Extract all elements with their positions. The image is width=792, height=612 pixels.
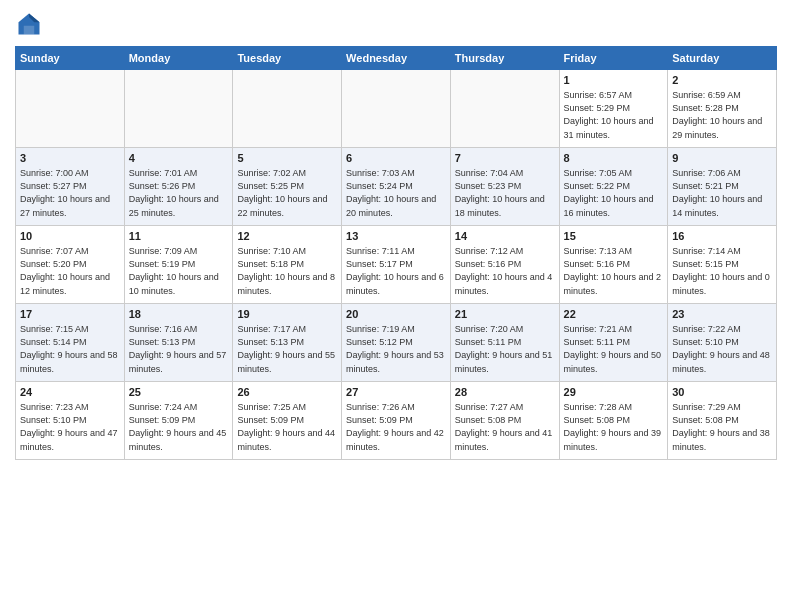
day-info: Sunrise: 7:14 AM Sunset: 5:15 PM Dayligh… bbox=[672, 245, 772, 297]
calendar-cell: 17Sunrise: 7:15 AM Sunset: 5:14 PM Dayli… bbox=[16, 304, 125, 382]
day-header-wednesday: Wednesday bbox=[342, 47, 451, 70]
day-number: 4 bbox=[129, 151, 229, 166]
calendar-cell: 24Sunrise: 7:23 AM Sunset: 5:10 PM Dayli… bbox=[16, 382, 125, 460]
day-info: Sunrise: 7:15 AM Sunset: 5:14 PM Dayligh… bbox=[20, 323, 120, 375]
day-number: 20 bbox=[346, 307, 446, 322]
day-number: 6 bbox=[346, 151, 446, 166]
day-info: Sunrise: 7:04 AM Sunset: 5:23 PM Dayligh… bbox=[455, 167, 555, 219]
day-number: 10 bbox=[20, 229, 120, 244]
day-number: 12 bbox=[237, 229, 337, 244]
day-info: Sunrise: 7:19 AM Sunset: 5:12 PM Dayligh… bbox=[346, 323, 446, 375]
day-number: 15 bbox=[564, 229, 664, 244]
day-info: Sunrise: 7:24 AM Sunset: 5:09 PM Dayligh… bbox=[129, 401, 229, 453]
day-info: Sunrise: 7:06 AM Sunset: 5:21 PM Dayligh… bbox=[672, 167, 772, 219]
calendar-cell bbox=[124, 70, 233, 148]
day-info: Sunrise: 7:05 AM Sunset: 5:22 PM Dayligh… bbox=[564, 167, 664, 219]
day-number: 13 bbox=[346, 229, 446, 244]
day-number: 29 bbox=[564, 385, 664, 400]
day-number: 30 bbox=[672, 385, 772, 400]
day-header-tuesday: Tuesday bbox=[233, 47, 342, 70]
calendar-cell: 2Sunrise: 6:59 AM Sunset: 5:28 PM Daylig… bbox=[668, 70, 777, 148]
calendar-cell: 1Sunrise: 6:57 AM Sunset: 5:29 PM Daylig… bbox=[559, 70, 668, 148]
calendar-week-row: 10Sunrise: 7:07 AM Sunset: 5:20 PM Dayli… bbox=[16, 226, 777, 304]
calendar-cell: 25Sunrise: 7:24 AM Sunset: 5:09 PM Dayli… bbox=[124, 382, 233, 460]
day-number: 14 bbox=[455, 229, 555, 244]
day-number: 9 bbox=[672, 151, 772, 166]
day-number: 7 bbox=[455, 151, 555, 166]
day-number: 27 bbox=[346, 385, 446, 400]
day-number: 21 bbox=[455, 307, 555, 322]
calendar-cell: 22Sunrise: 7:21 AM Sunset: 5:11 PM Dayli… bbox=[559, 304, 668, 382]
calendar-cell: 16Sunrise: 7:14 AM Sunset: 5:15 PM Dayli… bbox=[668, 226, 777, 304]
calendar-cell: 30Sunrise: 7:29 AM Sunset: 5:08 PM Dayli… bbox=[668, 382, 777, 460]
calendar-cell: 5Sunrise: 7:02 AM Sunset: 5:25 PM Daylig… bbox=[233, 148, 342, 226]
calendar-header-row: SundayMondayTuesdayWednesdayThursdayFrid… bbox=[16, 47, 777, 70]
day-info: Sunrise: 7:02 AM Sunset: 5:25 PM Dayligh… bbox=[237, 167, 337, 219]
day-header-monday: Monday bbox=[124, 47, 233, 70]
day-number: 16 bbox=[672, 229, 772, 244]
day-header-sunday: Sunday bbox=[16, 47, 125, 70]
day-number: 3 bbox=[20, 151, 120, 166]
calendar-table: SundayMondayTuesdayWednesdayThursdayFrid… bbox=[15, 46, 777, 460]
day-number: 24 bbox=[20, 385, 120, 400]
calendar-cell: 27Sunrise: 7:26 AM Sunset: 5:09 PM Dayli… bbox=[342, 382, 451, 460]
logo bbox=[15, 10, 47, 38]
day-info: Sunrise: 7:29 AM Sunset: 5:08 PM Dayligh… bbox=[672, 401, 772, 453]
day-number: 23 bbox=[672, 307, 772, 322]
day-info: Sunrise: 7:23 AM Sunset: 5:10 PM Dayligh… bbox=[20, 401, 120, 453]
calendar-cell: 3Sunrise: 7:00 AM Sunset: 5:27 PM Daylig… bbox=[16, 148, 125, 226]
day-info: Sunrise: 6:59 AM Sunset: 5:28 PM Dayligh… bbox=[672, 89, 772, 141]
calendar-cell: 29Sunrise: 7:28 AM Sunset: 5:08 PM Dayli… bbox=[559, 382, 668, 460]
day-info: Sunrise: 7:03 AM Sunset: 5:24 PM Dayligh… bbox=[346, 167, 446, 219]
day-info: Sunrise: 7:25 AM Sunset: 5:09 PM Dayligh… bbox=[237, 401, 337, 453]
day-info: Sunrise: 7:20 AM Sunset: 5:11 PM Dayligh… bbox=[455, 323, 555, 375]
day-info: Sunrise: 7:00 AM Sunset: 5:27 PM Dayligh… bbox=[20, 167, 120, 219]
calendar-week-row: 1Sunrise: 6:57 AM Sunset: 5:29 PM Daylig… bbox=[16, 70, 777, 148]
calendar-cell: 28Sunrise: 7:27 AM Sunset: 5:08 PM Dayli… bbox=[450, 382, 559, 460]
day-info: Sunrise: 7:17 AM Sunset: 5:13 PM Dayligh… bbox=[237, 323, 337, 375]
day-header-friday: Friday bbox=[559, 47, 668, 70]
day-info: Sunrise: 7:16 AM Sunset: 5:13 PM Dayligh… bbox=[129, 323, 229, 375]
day-number: 2 bbox=[672, 73, 772, 88]
day-info: Sunrise: 7:11 AM Sunset: 5:17 PM Dayligh… bbox=[346, 245, 446, 297]
calendar-cell: 10Sunrise: 7:07 AM Sunset: 5:20 PM Dayli… bbox=[16, 226, 125, 304]
day-number: 11 bbox=[129, 229, 229, 244]
day-info: Sunrise: 7:21 AM Sunset: 5:11 PM Dayligh… bbox=[564, 323, 664, 375]
day-number: 18 bbox=[129, 307, 229, 322]
calendar-cell: 9Sunrise: 7:06 AM Sunset: 5:21 PM Daylig… bbox=[668, 148, 777, 226]
day-number: 28 bbox=[455, 385, 555, 400]
calendar-cell bbox=[342, 70, 451, 148]
calendar-cell: 18Sunrise: 7:16 AM Sunset: 5:13 PM Dayli… bbox=[124, 304, 233, 382]
day-info: Sunrise: 7:27 AM Sunset: 5:08 PM Dayligh… bbox=[455, 401, 555, 453]
day-number: 26 bbox=[237, 385, 337, 400]
day-number: 19 bbox=[237, 307, 337, 322]
day-header-thursday: Thursday bbox=[450, 47, 559, 70]
calendar-cell bbox=[450, 70, 559, 148]
calendar-cell: 14Sunrise: 7:12 AM Sunset: 5:16 PM Dayli… bbox=[450, 226, 559, 304]
calendar-cell: 4Sunrise: 7:01 AM Sunset: 5:26 PM Daylig… bbox=[124, 148, 233, 226]
day-info: Sunrise: 7:09 AM Sunset: 5:19 PM Dayligh… bbox=[129, 245, 229, 297]
calendar-cell bbox=[233, 70, 342, 148]
calendar-cell: 23Sunrise: 7:22 AM Sunset: 5:10 PM Dayli… bbox=[668, 304, 777, 382]
calendar-cell: 26Sunrise: 7:25 AM Sunset: 5:09 PM Dayli… bbox=[233, 382, 342, 460]
day-header-saturday: Saturday bbox=[668, 47, 777, 70]
page: SundayMondayTuesdayWednesdayThursdayFrid… bbox=[0, 0, 792, 612]
day-number: 5 bbox=[237, 151, 337, 166]
day-info: Sunrise: 7:26 AM Sunset: 5:09 PM Dayligh… bbox=[346, 401, 446, 453]
day-number: 1 bbox=[564, 73, 664, 88]
day-number: 8 bbox=[564, 151, 664, 166]
calendar-cell: 15Sunrise: 7:13 AM Sunset: 5:16 PM Dayli… bbox=[559, 226, 668, 304]
day-info: Sunrise: 7:28 AM Sunset: 5:08 PM Dayligh… bbox=[564, 401, 664, 453]
day-info: Sunrise: 7:22 AM Sunset: 5:10 PM Dayligh… bbox=[672, 323, 772, 375]
day-number: 25 bbox=[129, 385, 229, 400]
day-info: Sunrise: 7:10 AM Sunset: 5:18 PM Dayligh… bbox=[237, 245, 337, 297]
day-info: Sunrise: 7:07 AM Sunset: 5:20 PM Dayligh… bbox=[20, 245, 120, 297]
day-number: 22 bbox=[564, 307, 664, 322]
day-info: Sunrise: 6:57 AM Sunset: 5:29 PM Dayligh… bbox=[564, 89, 664, 141]
calendar-cell: 21Sunrise: 7:20 AM Sunset: 5:11 PM Dayli… bbox=[450, 304, 559, 382]
logo-icon bbox=[15, 10, 43, 38]
day-info: Sunrise: 7:13 AM Sunset: 5:16 PM Dayligh… bbox=[564, 245, 664, 297]
calendar-cell: 7Sunrise: 7:04 AM Sunset: 5:23 PM Daylig… bbox=[450, 148, 559, 226]
calendar-week-row: 3Sunrise: 7:00 AM Sunset: 5:27 PM Daylig… bbox=[16, 148, 777, 226]
calendar-cell: 13Sunrise: 7:11 AM Sunset: 5:17 PM Dayli… bbox=[342, 226, 451, 304]
